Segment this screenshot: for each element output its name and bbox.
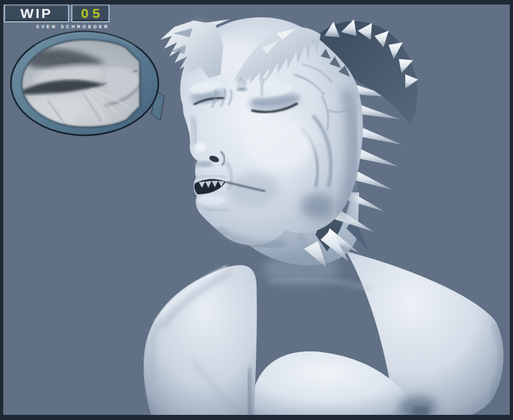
wip-badge: WIP 05 SVEN SCHROEDER	[4, 4, 110, 29]
wip-label-box: WIP	[4, 4, 69, 22]
eye-detail-inset	[9, 29, 164, 140]
version-number-box: 05	[71, 4, 110, 22]
wip-label: WIP	[21, 6, 53, 20]
sculpt-grain	[128, 13, 513, 420]
version-number: 05	[81, 6, 103, 20]
artist-name: SVEN SCHROEDER	[4, 24, 110, 29]
artwork-frame: WIP 05 SVEN SCHROEDER	[0, 0, 513, 420]
